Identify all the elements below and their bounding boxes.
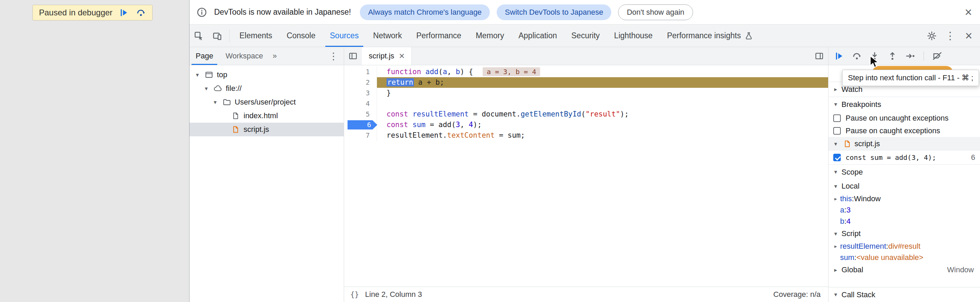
pause-caught-row[interactable]: Pause on caught exceptions — [829, 124, 980, 137]
format-braces-icon[interactable]: {} — [350, 290, 359, 299]
resume-script-icon[interactable] — [118, 7, 130, 19]
tab-close-icon[interactable]: × — [399, 51, 405, 61]
step-button[interactable] — [903, 49, 917, 63]
tab-lighthouse[interactable]: Lighthouse — [607, 25, 660, 47]
breakpoint-marker[interactable]: 6 — [348, 120, 377, 130]
tab-sources[interactable]: Sources — [323, 25, 366, 47]
code-line[interactable]: 1function add(a, b) {a = 3, b = 4 — [344, 66, 828, 77]
scope-label: Scope — [842, 168, 863, 177]
code-line[interactable]: 5const resultElement = document.getEleme… — [344, 109, 828, 120]
deactivate-breakpoints-button[interactable] — [930, 49, 944, 63]
tab-security[interactable]: Security — [564, 25, 607, 47]
step-over-button[interactable] — [850, 49, 864, 63]
code-content[interactable]: resultElement.textContent = sum; — [377, 130, 828, 141]
scope-key: resultElement — [840, 242, 886, 251]
toggle-navigator-icon[interactable] — [344, 47, 362, 65]
tree-item-script-js[interactable]: script.js — [189, 123, 344, 136]
tree-item-index-html[interactable]: index.html — [189, 109, 344, 123]
tab-application[interactable]: Application — [511, 25, 565, 47]
editor-tab-scriptjs[interactable]: script.js × — [362, 47, 412, 65]
breakpoint-checkbox[interactable] — [833, 154, 841, 161]
gutter-line-number[interactable]: 2 — [344, 77, 377, 88]
pause-uncaught-row[interactable]: Pause on uncaught exceptions — [829, 112, 980, 124]
code-line[interactable]: 3} — [344, 88, 828, 98]
tab-memory[interactable]: Memory — [469, 25, 511, 47]
scope-section-header[interactable]: ▾ Scope — [829, 164, 980, 179]
tab-network[interactable]: Network — [366, 25, 409, 47]
pause-caught-label: Pause on caught exceptions — [846, 126, 940, 135]
navigator-kebab-icon[interactable]: ⋮ — [323, 51, 344, 62]
dont-show-again-button[interactable]: Don't show again — [618, 5, 693, 20]
code-line[interactable]: 7resultElement.textContent = sum; — [344, 130, 828, 141]
breakpoints-label: Breakpoints — [842, 100, 881, 109]
more-tabs-icon[interactable]: » — [269, 52, 280, 60]
gutter-line-number[interactable]: 7 — [344, 130, 377, 141]
infobar-close-icon[interactable]: × — [959, 6, 978, 19]
scope-value: div#result — [888, 242, 921, 251]
call-stack-section-header[interactable]: ▾ Call Stack — [829, 287, 980, 302]
switch-to-japanese-button[interactable]: Switch DevTools to Japanese — [497, 5, 611, 20]
tab-workspace[interactable]: Workspace — [219, 47, 269, 65]
pause-caught-checkbox[interactable] — [833, 127, 841, 134]
breakpoint-file-group[interactable]: ▾ script.js — [829, 137, 980, 151]
tree-item-top[interactable]: ▾top — [189, 68, 344, 82]
infobar-message: DevTools is now available in Japanese! — [214, 8, 351, 17]
scope-group-global[interactable]: ▸GlobalWindow — [829, 263, 980, 277]
chevron-down-icon: ▾ — [193, 71, 202, 79]
code-content[interactable]: const resultElement = document.getElemen… — [377, 109, 828, 120]
step-over-icon[interactable] — [135, 7, 147, 19]
settings-gear-icon[interactable] — [923, 31, 941, 41]
inspect-element-icon[interactable] — [189, 25, 208, 47]
scope-value: Window — [854, 194, 880, 203]
scope-entry[interactable]: ▸resultElement: div#result — [829, 240, 980, 252]
gutter-line-number[interactable]: 3 — [344, 88, 377, 98]
code-content[interactable]: function add(a, b) {a = 3, b = 4 — [377, 66, 828, 77]
scope-entry[interactable]: b: 4 — [829, 215, 980, 227]
code-line[interactable]: 2return a + b; — [344, 77, 828, 88]
pause-uncaught-checkbox[interactable] — [833, 114, 841, 122]
scope-entry[interactable]: sum: <value unavailable> — [829, 252, 980, 263]
resume-script-button[interactable] — [832, 49, 846, 63]
gutter-line-number[interactable]: 1 — [344, 66, 377, 77]
code-line[interactable]: 6const sum = add(3, 4); — [344, 120, 828, 130]
tab-console[interactable]: Console — [280, 25, 323, 47]
scope-group-script[interactable]: ▾Script — [829, 227, 980, 240]
tab-elements[interactable]: Elements — [232, 25, 280, 47]
tab-performance-insights[interactable]: Performance insights — [660, 25, 760, 47]
code-content[interactable]: return a + b; — [377, 77, 828, 88]
code-lines: 1function add(a, b) {a = 3, b = 42return… — [344, 66, 828, 141]
kebab-menu-icon[interactable]: ⋮ — [941, 30, 959, 42]
devtools-close-icon[interactable]: × — [959, 29, 978, 43]
tree-item-file-[interactable]: ▾file:// — [189, 82, 344, 95]
paused-in-debugger-banner: Paused in debugger — [32, 5, 153, 21]
step-out-button[interactable] — [885, 49, 900, 63]
code-line[interactable]: 4 — [344, 98, 828, 109]
toggle-debugger-sidebar-icon[interactable] — [810, 47, 828, 65]
scope-entry[interactable]: a: 3 — [829, 204, 980, 215]
gutter-line-number[interactable]: 6 — [344, 120, 377, 130]
code-content[interactable]: const sum = add(3, 4); — [377, 120, 828, 130]
tab-workspace-label: Workspace — [226, 52, 263, 60]
always-match-language-button[interactable]: Always match Chrome's language — [360, 5, 490, 20]
tab-performance[interactable]: Performance — [409, 25, 469, 47]
tab-page[interactable]: Page — [189, 47, 219, 65]
toolbar-divider — [229, 29, 229, 42]
breakpoint-file-label: script.js — [854, 139, 880, 148]
code-editor[interactable]: 1function add(a, b) {a = 3, b = 42return… — [344, 65, 828, 287]
navigator-tabs: Page Workspace » ⋮ — [189, 47, 344, 65]
breakpoint-entry[interactable]: const sum = add(3, 4);6 — [829, 151, 980, 164]
tree-item-users-user-project[interactable]: ▾Users/user/project — [189, 95, 344, 109]
debugger-sidebar: ▸ Watch ▾ Breakpoints Pause on uncaught … — [828, 47, 980, 302]
scope-entry[interactable]: ▸this: Window — [829, 193, 980, 204]
devtools-toolbar: ElementsConsoleSourcesNetworkPerformance… — [189, 25, 980, 47]
code-content[interactable]: } — [377, 88, 828, 98]
scope-group-local[interactable]: ▾Local — [829, 179, 980, 193]
gutter-line-number[interactable]: 4 — [344, 98, 377, 109]
breakpoints-section-header[interactable]: ▾ Breakpoints — [829, 97, 980, 112]
tree-item-label: file:// — [225, 84, 242, 93]
gutter-line-number[interactable]: 5 — [344, 109, 377, 120]
scope-key: a — [840, 206, 844, 215]
call-stack-label: Call Stack — [842, 290, 875, 299]
device-toolbar-icon[interactable] — [208, 25, 226, 47]
code-content[interactable] — [377, 98, 828, 109]
